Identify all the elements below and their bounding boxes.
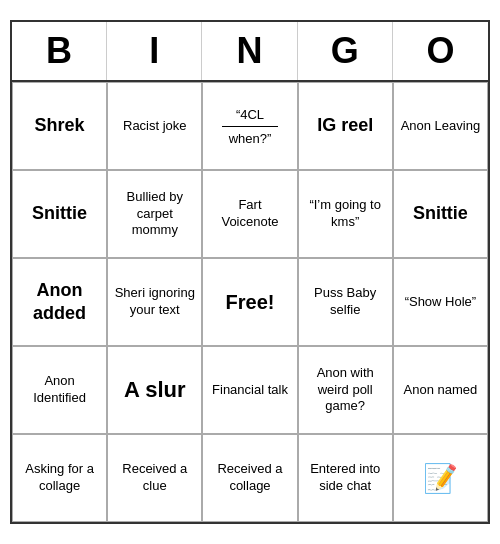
divider [222,126,279,127]
cell-r1c2: Racist joke [107,82,202,170]
header-o: O [393,22,488,80]
cell-r4c4: Anon with weird poll game? [298,346,393,434]
cell-r3c5: “Show Hole” [393,258,488,346]
header-n: N [202,22,297,80]
cell-r1c5: Anon Leaving [393,82,488,170]
cell-r1c1: Shrek [12,82,107,170]
notepad-icon: 📝 [423,462,458,495]
cell-r1c3-bottom: when?” [229,131,272,146]
cell-r4c2: A slur [107,346,202,434]
cell-r4c3: Financial talk [202,346,297,434]
cell-r2c2: Bullied by carpet mommy [107,170,202,258]
cell-r5c2: Received a clue [107,434,202,522]
cell-r2c1: Snittie [12,170,107,258]
cell-r5c1: Asking for a collage [12,434,107,522]
cell-r5c5: 📝 [393,434,488,522]
cell-r4c1: Anon Identified [12,346,107,434]
cell-r2c3: Fart Voicenote [202,170,297,258]
cell-r1c4: IG reel [298,82,393,170]
cell-r5c3: Received a collage [202,434,297,522]
bingo-header: B I N G O [12,22,488,80]
cell-r3c3-free: Free! [202,258,297,346]
cell-r4c5: Anon named [393,346,488,434]
cell-r3c4: Puss Baby selfie [298,258,393,346]
header-i: I [107,22,202,80]
bingo-card: B I N G O Shrek Racist joke “4CL when?” … [10,20,490,524]
cell-r2c5: Snittie [393,170,488,258]
header-g: G [298,22,393,80]
bingo-grid: Shrek Racist joke “4CL when?” IG reel An… [12,80,488,522]
cell-r5c4: Entered into side chat [298,434,393,522]
header-b: B [12,22,107,80]
cell-r3c1: Anon added [12,258,107,346]
cell-r2c4: “I’m going to kms” [298,170,393,258]
cell-r1c3-top: “4CL [236,107,264,122]
cell-r3c2: Sheri ignoring your text [107,258,202,346]
cell-r1c3: “4CL when?” [202,82,297,170]
